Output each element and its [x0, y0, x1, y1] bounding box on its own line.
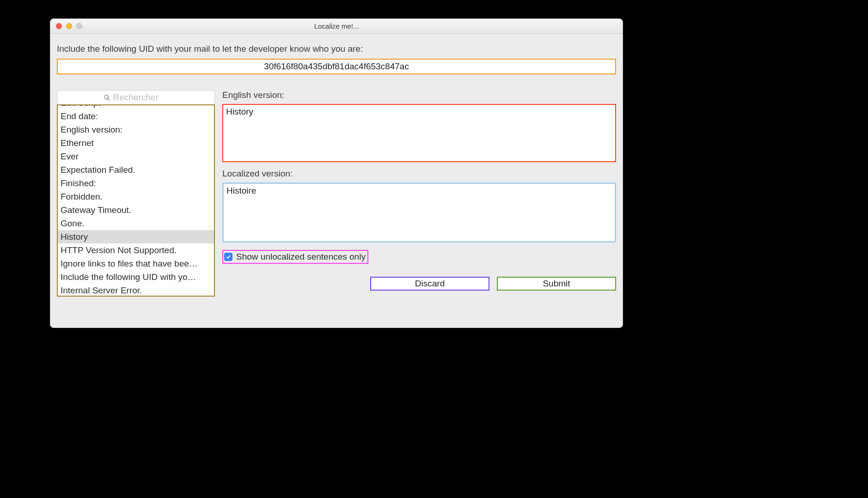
- list-item[interactable]: Include the following UID with yo…: [58, 270, 214, 284]
- list-item[interactable]: Ignore links to files that have bee…: [58, 257, 214, 270]
- submit-button[interactable]: Submit: [497, 277, 616, 291]
- list-item[interactable]: Ethernet: [58, 136, 214, 150]
- list-item[interactable]: Gateway Timeout.: [58, 203, 214, 217]
- sentence-list[interactable]: Edit ScriptEnd date:English version:Ethe…: [57, 104, 215, 297]
- titlebar: Localize me!...: [50, 19, 623, 34]
- list-item[interactable]: Expectation Failed.: [58, 163, 214, 176]
- list-item[interactable]: Forbidden.: [58, 190, 214, 203]
- discard-button-label: Discard: [415, 279, 445, 289]
- localized-version-value: Histoire: [226, 186, 256, 195]
- english-version-field[interactable]: History: [222, 104, 616, 162]
- search-icon: [104, 94, 110, 101]
- localized-version-field[interactable]: Histoire: [222, 182, 616, 243]
- list-item[interactable]: Edit Script: [58, 104, 214, 109]
- localize-window: Localize me!... Include the following UI…: [50, 18, 623, 328]
- list-item[interactable]: Internal Server Error.: [58, 284, 214, 297]
- uid-instruction-label: Include the following UID with your mail…: [57, 44, 616, 54]
- uid-field[interactable]: 30f616f80a435dbf81dac4f653c847ac: [57, 59, 616, 74]
- search-input[interactable]: [113, 92, 169, 103]
- window-content: Include the following UID with your mail…: [50, 34, 623, 303]
- unlocalized-only-checkbox[interactable]: Show unlocalized sentences only: [222, 250, 368, 264]
- list-item[interactable]: History: [58, 230, 214, 243]
- english-version-label: English version:: [222, 90, 616, 100]
- list-item[interactable]: English version:: [58, 123, 214, 136]
- list-item[interactable]: End date:: [58, 109, 214, 123]
- english-version-value: History: [226, 107, 253, 116]
- discard-button[interactable]: Discard: [370, 277, 489, 291]
- checkbox-icon: [224, 253, 232, 261]
- list-item[interactable]: Gone.: [58, 217, 214, 230]
- window-title: Localize me!...: [50, 22, 623, 30]
- uid-value: 30f616f80a435dbf81dac4f653c847ac: [264, 61, 409, 72]
- checkbox-label: Show unlocalized sentences only: [236, 252, 366, 262]
- search-field[interactable]: [57, 90, 215, 105]
- list-item[interactable]: Ever: [58, 150, 214, 163]
- list-item[interactable]: HTTP Version Not Supported.: [58, 243, 214, 257]
- submit-button-label: Submit: [543, 279, 570, 289]
- localized-version-label: Localized version:: [222, 169, 616, 179]
- list-item[interactable]: Finished:: [58, 176, 214, 190]
